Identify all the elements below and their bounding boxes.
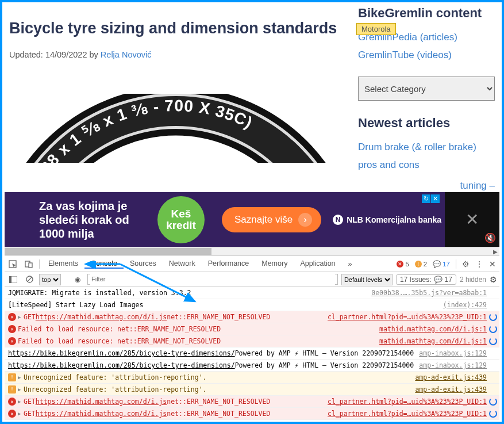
console-row[interactable]: JQMIGRATE: Migrate is installed, version…: [5, 287, 499, 299]
clear-console-icon[interactable]: [23, 273, 36, 286]
close-icon: ✕: [465, 210, 479, 229]
kebab-icon[interactable]: ⋮: [475, 259, 483, 269]
category-select[interactable]: Select Category: [358, 77, 495, 101]
console-row[interactable]: ✕▶GET https://mathid.mathtag.com/d/i.js …: [5, 396, 499, 408]
by-label: by: [87, 50, 100, 59]
ad-bank: N NLB Komercijalna banka: [333, 215, 441, 225]
devtools-panel: ElementsConsoleSourcesNetworkPerformance…: [5, 255, 499, 419]
filter-input[interactable]: [90, 274, 335, 285]
console-row[interactable]: !▶Unrecognized feature: 'attribution-rep…: [5, 372, 499, 384]
scroll-thumb[interactable]: [5, 248, 211, 255]
ad-cta-button[interactable]: Saznajte više ›: [222, 207, 321, 232]
ad-refresh-icon[interactable]: ↻: [422, 194, 430, 203]
device-toolbar-icon[interactable]: [21, 256, 37, 272]
gear-icon[interactable]: ⚙: [462, 259, 470, 269]
tab-sources[interactable]: Sources: [124, 259, 163, 268]
console-row[interactable]: !▶Unrecognized feature: 'attribution-rep…: [5, 384, 499, 396]
context-select[interactable]: top: [39, 274, 61, 285]
error-count-badge[interactable]: ✕5: [397, 261, 409, 268]
hidden-count: 2 hidden: [460, 276, 486, 284]
link-gremlintube[interactable]: GremlinTube (videos): [358, 49, 452, 60]
tabs-more-icon[interactable]: »: [342, 256, 359, 272]
sound-icon[interactable]: 🔇: [484, 232, 496, 243]
updated-prefix: Updated:: [9, 50, 45, 59]
ad-circle: Keš kredit: [157, 196, 205, 243]
tab-elements[interactable]: Elements: [42, 259, 84, 268]
sidebar-toggle-icon[interactable]: [7, 273, 20, 286]
tab-network[interactable]: Network: [163, 259, 202, 268]
console-prompt[interactable]: ›: [5, 420, 499, 424]
tab-console[interactable]: Console: [84, 259, 124, 269]
sidebar-heading-content: BikeGremlin content: [358, 6, 495, 21]
eye-icon[interactable]: ◉: [71, 273, 84, 286]
warn-count-badge[interactable]: !2: [415, 261, 427, 268]
svg-line-7: [28, 277, 32, 281]
tab-application[interactable]: Application: [294, 259, 341, 268]
console-row[interactable]: [LiteSpeed] Start Lazy Load Images(index…: [5, 299, 499, 311]
console-row[interactable]: ✕▶GET https://mathid.mathtag.com/d/i.js …: [5, 408, 499, 420]
inspect-icon[interactable]: [5, 256, 21, 272]
sidebar-heading-newest: Newest articles: [358, 116, 495, 131]
newest-article-link[interactable]: Drum brake (& roller brake) pros and con…: [358, 142, 476, 170]
issues-button[interactable]: 17 Issues: 💬17: [396, 274, 456, 285]
svg-rect-5: [9, 276, 11, 283]
post-meta: Updated: 14/09/2022 by Relja Novović: [9, 50, 347, 59]
console-row[interactable]: ✕Failed to load resource: net::ERR_NAME_…: [5, 323, 499, 335]
hover-tooltip: Motorola: [356, 23, 396, 35]
ad-headline: Za vas kojima je sledeći korak od 1000 m…: [5, 199, 154, 240]
console-row[interactable]: ✕Failed to load resource: net::ERR_NAME_…: [5, 335, 499, 347]
console-settings-icon[interactable]: ⚙: [490, 275, 497, 284]
scroll-right-icon[interactable]: ▶: [491, 247, 499, 256]
updated-date: 14/09/2022: [45, 50, 87, 59]
levels-select[interactable]: Default levels: [341, 274, 393, 285]
overlay-close[interactable]: ✕ 🔇: [445, 192, 499, 247]
console-row[interactable]: https://bike.bikegremlin.com/285/bicycle…: [5, 360, 499, 372]
bank-logo-icon: N: [333, 215, 343, 225]
tyre-image: 37 - 622 (28 x 1 ⁵⁄₈ x 1 ³⁄₈ - 700 X 35C…: [9, 94, 347, 163]
devtools-close-icon[interactable]: ✕: [489, 259, 496, 269]
chevron-right-icon: ›: [298, 213, 312, 227]
console-row[interactable]: ✕▶GET https://mathid.mathtag.com/d/i.js …: [5, 311, 499, 323]
author-link[interactable]: Relja Novović: [101, 50, 152, 59]
page-title: Bicycle tyre sizing and dimension standa…: [9, 20, 347, 37]
partial-text: tuning –: [460, 180, 495, 191]
ad-close-icon[interactable]: ✕: [431, 194, 440, 203]
console-row[interactable]: https://bike.bikegremlin.com/285/bicycle…: [5, 347, 499, 360]
ad-cta-label: Saznajte više: [234, 214, 293, 226]
tab-performance[interactable]: Performance: [202, 259, 256, 268]
h-scrollbar[interactable]: ▶: [5, 247, 499, 255]
tab-memory[interactable]: Memory: [255, 259, 294, 268]
svg-rect-3: [29, 263, 32, 268]
msg-count-badge[interactable]: 💬 17: [433, 260, 450, 268]
